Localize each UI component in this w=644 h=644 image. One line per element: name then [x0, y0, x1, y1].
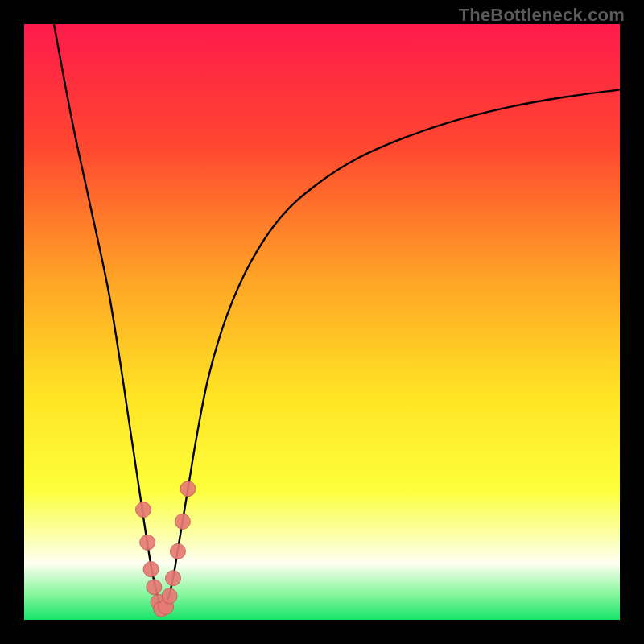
watermark-text: TheBottleneck.com — [459, 5, 625, 26]
marker-point — [162, 588, 177, 604]
marker-point — [170, 543, 185, 559]
bottleneck-chart — [24, 24, 620, 620]
marker-point — [166, 571, 181, 586]
marker-point — [175, 514, 190, 529]
marker-point — [143, 562, 159, 577]
marker-point — [180, 481, 196, 497]
outer-frame: TheBottleneck.com — [0, 0, 644, 644]
marker-point — [136, 502, 151, 518]
marker-point — [140, 535, 155, 550]
plot-area — [24, 24, 620, 620]
marker-point — [147, 580, 162, 595]
